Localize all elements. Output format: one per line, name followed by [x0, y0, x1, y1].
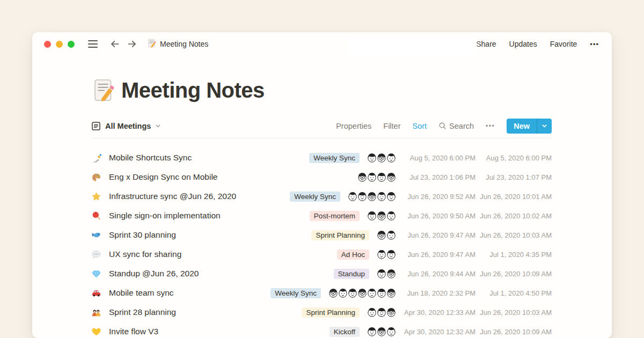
fish-emoji — [91, 230, 102, 240]
memo-icon — [147, 39, 156, 50]
avatar-group — [366, 326, 397, 337]
updates-button[interactable]: Updates — [509, 40, 537, 48]
back-arrow-icon[interactable] — [109, 39, 120, 49]
table-row[interactable]: Sprint 30 planning Sprint Planning Jun 2… — [91, 225, 552, 245]
avatar — [385, 287, 397, 299]
table-row[interactable]: Infrastructure sync @Jun 26, 2020 Weekly… — [91, 187, 552, 206]
avatar — [385, 152, 397, 164]
page-tab[interactable]: Meeting Notes — [147, 39, 208, 50]
edited-date: Jun 26, 2020 10:03 AM — [475, 231, 552, 239]
row-title: Sprint 28 planning — [109, 307, 176, 317]
page-title: Meeting Notes — [121, 78, 265, 102]
new-button-group: New — [507, 119, 552, 134]
created-date: Jun 26, 2020 9:50 AM — [397, 212, 475, 220]
ping-pong-emoji — [91, 211, 102, 221]
table-row[interactable]: Standup @Jun 26, 2020 Standup Jun 26, 20… — [91, 264, 552, 283]
car-emoji — [91, 288, 102, 298]
chevron-down-icon — [155, 123, 161, 129]
table-view-icon — [91, 121, 101, 131]
avatar-group — [366, 152, 397, 164]
row-title: Standup @Jun 26, 2020 — [109, 269, 199, 278]
forward-arrow-icon[interactable] — [127, 39, 137, 49]
avatar — [385, 248, 397, 260]
zoom-button[interactable] — [68, 41, 75, 48]
row-title: Infrastructure sync @Jun 26, 2020 — [109, 192, 236, 201]
avatar — [385, 171, 397, 183]
app-window: Meeting Notes Share Updates Favorite •••… — [32, 32, 612, 338]
edited-date: Jun 26, 2020 10:01 AM — [475, 193, 552, 201]
table-row[interactable]: Eng x Design Sync on Mobile Jul 23, 2020… — [91, 167, 552, 187]
row-title: Sprint 30 planning — [109, 230, 176, 240]
tag-badge: Kickoff — [330, 327, 360, 337]
table-row[interactable]: Invite flow V3 Kickoff Apr 30, 2020 12:3… — [91, 322, 552, 338]
table-row[interactable]: UX sync for sharing Ad Hoc Jun 26, 2020 … — [91, 245, 552, 264]
traffic-lights — [44, 41, 75, 48]
avatar — [385, 229, 397, 241]
created-date: Jun 26, 2020 9:47 AM — [397, 251, 475, 259]
close-button[interactable] — [44, 41, 51, 48]
yellow-heart-emoji — [91, 327, 102, 337]
toolbar-more-icon[interactable]: ••• — [486, 122, 495, 130]
row-title: Single sign-on implementation — [109, 211, 221, 221]
new-dropdown-button[interactable] — [537, 119, 552, 134]
table-row[interactable]: Single sign-on implementation Post-morte… — [91, 206, 552, 225]
edited-date: Jul 23, 2020 1:07 PM — [475, 173, 552, 181]
favorite-button[interactable]: Favorite — [550, 40, 577, 48]
edited-date: Jun 26, 2020 10:03 AM — [475, 308, 552, 317]
created-date: Jun 18, 2020 2:32 PM — [397, 289, 475, 297]
created-date: Jul 23, 2020 1:06 PM — [397, 173, 475, 181]
sort-button[interactable]: Sort — [413, 122, 427, 130]
share-button[interactable]: Share — [476, 40, 496, 48]
database-toolbar: All Meetings Properties Filter Sort Sear… — [91, 114, 552, 138]
window-titlebar: Meeting Notes Share Updates Favorite ••• — [32, 32, 612, 56]
tag-badge: Ad Hoc — [337, 249, 369, 260]
page-header: Meeting Notes — [91, 75, 552, 105]
avatar-group — [376, 248, 397, 260]
avatar-group — [327, 287, 397, 299]
table-row[interactable]: Mobile team sync Weekly Sync Jun 18, 202… — [91, 283, 552, 303]
filter-button[interactable]: Filter — [383, 122, 400, 130]
view-switcher[interactable]: All Meetings — [91, 121, 161, 131]
created-date: Aug 5, 2020 6:00 PM — [397, 154, 475, 162]
row-title: Mobile Shortcuts Sync — [109, 153, 192, 163]
table-row[interactable]: Mobile Shortcuts Sync Weekly Sync Aug 5,… — [91, 148, 552, 167]
tag-badge: Sprint Planning — [302, 307, 360, 318]
created-date: Jun 26, 2020 9:44 AM — [397, 270, 475, 278]
avatar — [385, 190, 397, 202]
avatar-group — [366, 210, 397, 222]
properties-button[interactable]: Properties — [336, 122, 371, 130]
avatar-group — [376, 229, 397, 241]
edited-date: Jul 1, 2020 4:35 PM — [475, 251, 552, 259]
paintbrush-emoji — [91, 153, 102, 163]
created-date: Apr 30, 2020 12:32 AM — [397, 328, 475, 336]
more-options-icon[interactable]: ••• — [590, 40, 599, 48]
table-row[interactable]: Sprint 28 planning Sprint Planning Apr 3… — [91, 303, 552, 322]
memo-icon — [91, 78, 115, 102]
avatar-group — [356, 171, 397, 183]
new-button[interactable]: New — [507, 119, 537, 134]
gem-emoji — [91, 269, 102, 279]
edited-date: Aug 5, 2020 6:00 PM — [475, 154, 552, 162]
row-title: UX sync for sharing — [109, 249, 181, 259]
tag-badge: Sprint Planning — [311, 230, 369, 240]
edited-date: Jul 1, 2020 4:50 PM — [475, 289, 552, 297]
tab-title: Meeting Notes — [160, 40, 208, 48]
sidebar-menu-icon[interactable] — [88, 40, 98, 48]
tag-badge: Weekly Sync — [270, 288, 321, 298]
japanese-dolls-emoji — [91, 307, 102, 318]
minimize-button[interactable] — [56, 41, 63, 48]
view-name: All Meetings — [105, 122, 151, 130]
avatar-group — [366, 306, 397, 318]
tag-badge: Weekly Sync — [309, 153, 360, 163]
tag-badge: Post-mortem — [310, 211, 360, 221]
created-date: Jun 26, 2020 9:47 AM — [397, 231, 475, 239]
avatar-group — [347, 190, 397, 202]
edited-date: Jun 26, 2020 10:09 AM — [475, 328, 552, 336]
search-label: Search — [449, 122, 474, 130]
avatar — [385, 306, 397, 318]
created-date: Jun 26, 2020 9:52 AM — [397, 193, 475, 201]
search-button[interactable]: Search — [438, 122, 474, 130]
row-title: Mobile team sync — [109, 288, 174, 298]
speech-balloon-emoji — [91, 249, 102, 260]
edited-date: Jun 26, 2020 10:09 AM — [475, 270, 552, 278]
